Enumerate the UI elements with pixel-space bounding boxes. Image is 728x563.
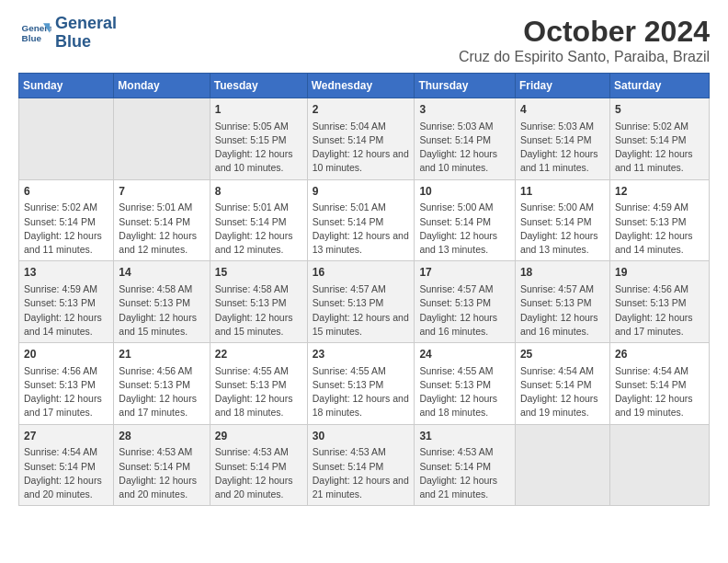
calendar-day-cell: 7Sunrise: 5:01 AM Sunset: 5:14 PM Daylig… (114, 179, 210, 261)
calendar-day-cell: 4Sunrise: 5:03 AM Sunset: 5:14 PM Daylig… (515, 98, 609, 180)
day-info: Sunrise: 4:54 AM Sunset: 5:14 PM Dayligh… (615, 364, 704, 420)
header-friday: Friday (515, 74, 609, 98)
day-info: Sunrise: 4:55 AM Sunset: 5:13 PM Dayligh… (215, 364, 302, 420)
day-info: Sunrise: 4:57 AM Sunset: 5:13 PM Dayligh… (520, 282, 605, 339)
day-info: Sunrise: 4:56 AM Sunset: 5:13 PM Dayligh… (24, 364, 108, 420)
page-header: General Blue General Blue October 2024 C… (18, 15, 710, 65)
logo: General Blue General Blue (18, 15, 117, 52)
calendar-day-cell: 31Sunrise: 4:53 AM Sunset: 5:14 PM Dayli… (415, 424, 516, 506)
day-info: Sunrise: 4:59 AM Sunset: 5:13 PM Dayligh… (615, 201, 704, 257)
day-number: 14 (119, 265, 204, 281)
header-saturday: Saturday (609, 74, 709, 98)
day-number: 16 (313, 265, 410, 281)
calendar-day-cell: 23Sunrise: 4:55 AM Sunset: 5:13 PM Dayli… (307, 343, 415, 425)
calendar-day-cell: 19Sunrise: 4:56 AM Sunset: 5:13 PM Dayli… (609, 261, 709, 343)
day-info: Sunrise: 4:54 AM Sunset: 5:14 PM Dayligh… (24, 445, 108, 501)
day-number: 15 (215, 265, 302, 281)
calendar-day-cell: 30Sunrise: 4:53 AM Sunset: 5:14 PM Dayli… (307, 424, 415, 506)
calendar-week-row: 27Sunrise: 4:54 AM Sunset: 5:14 PM Dayli… (19, 424, 710, 506)
day-info: Sunrise: 5:03 AM Sunset: 5:14 PM Dayligh… (520, 120, 605, 176)
calendar-day-cell: 18Sunrise: 4:57 AM Sunset: 5:13 PM Dayli… (515, 261, 609, 343)
logo-icon: General Blue (18, 17, 51, 50)
title-block: October 2024 Cruz do Espirito Santo, Par… (459, 15, 710, 65)
calendar-day-cell: 25Sunrise: 4:54 AM Sunset: 5:14 PM Dayli… (515, 343, 609, 425)
day-number: 7 (119, 184, 204, 200)
day-info: Sunrise: 5:01 AM Sunset: 5:14 PM Dayligh… (313, 201, 410, 257)
day-info: Sunrise: 4:56 AM Sunset: 5:13 PM Dayligh… (119, 364, 204, 420)
day-info: Sunrise: 4:57 AM Sunset: 5:13 PM Dayligh… (419, 282, 510, 339)
day-number: 22 (215, 347, 302, 362)
day-info: Sunrise: 4:53 AM Sunset: 5:14 PM Dayligh… (119, 445, 204, 501)
calendar-table: SundayMondayTuesdayWednesdayThursdayFrid… (18, 73, 710, 506)
page-title: October 2024 (459, 15, 710, 49)
day-info: Sunrise: 4:58 AM Sunset: 5:13 PM Dayligh… (215, 282, 302, 339)
day-number: 8 (215, 184, 302, 200)
calendar-day-cell: 1Sunrise: 5:05 AM Sunset: 5:15 PM Daylig… (210, 98, 307, 180)
day-info: Sunrise: 5:01 AM Sunset: 5:14 PM Dayligh… (215, 201, 302, 257)
calendar-day-cell: 9Sunrise: 5:01 AM Sunset: 5:14 PM Daylig… (307, 179, 415, 261)
day-number: 3 (419, 102, 510, 118)
header-monday: Monday (114, 74, 210, 98)
day-info: Sunrise: 5:00 AM Sunset: 5:14 PM Dayligh… (419, 201, 510, 257)
day-number: 17 (419, 265, 510, 281)
calendar-day-cell (114, 98, 210, 180)
calendar-day-cell: 14Sunrise: 4:58 AM Sunset: 5:13 PM Dayli… (114, 261, 210, 343)
calendar-day-cell: 26Sunrise: 4:54 AM Sunset: 5:14 PM Dayli… (609, 343, 709, 425)
day-info: Sunrise: 4:55 AM Sunset: 5:13 PM Dayligh… (419, 364, 510, 420)
calendar-week-row: 20Sunrise: 4:56 AM Sunset: 5:13 PM Dayli… (19, 343, 710, 425)
day-info: Sunrise: 4:53 AM Sunset: 5:14 PM Dayligh… (313, 445, 410, 501)
day-number: 11 (520, 184, 605, 200)
day-number: 24 (419, 347, 510, 362)
day-info: Sunrise: 4:59 AM Sunset: 5:13 PM Dayligh… (24, 282, 108, 339)
calendar-week-row: 13Sunrise: 4:59 AM Sunset: 5:13 PM Dayli… (19, 261, 710, 343)
calendar-day-cell: 24Sunrise: 4:55 AM Sunset: 5:13 PM Dayli… (415, 343, 516, 425)
calendar-day-cell: 17Sunrise: 4:57 AM Sunset: 5:13 PM Dayli… (415, 261, 516, 343)
calendar-day-cell: 8Sunrise: 5:01 AM Sunset: 5:14 PM Daylig… (210, 179, 307, 261)
day-number: 6 (24, 184, 108, 200)
calendar-day-cell: 6Sunrise: 5:02 AM Sunset: 5:14 PM Daylig… (19, 179, 114, 261)
calendar-day-cell: 3Sunrise: 5:03 AM Sunset: 5:14 PM Daylig… (415, 98, 516, 180)
calendar-day-cell: 16Sunrise: 4:57 AM Sunset: 5:13 PM Dayli… (307, 261, 415, 343)
day-number: 9 (313, 184, 410, 200)
header-wednesday: Wednesday (307, 74, 415, 98)
header-tuesday: Tuesday (210, 74, 307, 98)
day-number: 31 (419, 429, 510, 444)
day-number: 5 (615, 102, 704, 118)
day-number: 29 (215, 429, 302, 444)
day-info: Sunrise: 5:01 AM Sunset: 5:14 PM Dayligh… (119, 201, 204, 257)
day-number: 28 (119, 429, 204, 444)
day-info: Sunrise: 4:54 AM Sunset: 5:14 PM Dayligh… (520, 364, 605, 420)
calendar-day-cell: 15Sunrise: 4:58 AM Sunset: 5:13 PM Dayli… (210, 261, 307, 343)
day-number: 25 (520, 347, 605, 362)
calendar-week-row: 1Sunrise: 5:05 AM Sunset: 5:15 PM Daylig… (19, 98, 710, 180)
header-sunday: Sunday (19, 74, 114, 98)
day-number: 30 (313, 429, 410, 444)
day-info: Sunrise: 4:55 AM Sunset: 5:13 PM Dayligh… (313, 364, 410, 420)
day-number: 26 (615, 347, 704, 362)
day-number: 21 (119, 347, 204, 362)
calendar-day-cell (19, 98, 114, 180)
day-number: 10 (419, 184, 510, 200)
day-number: 20 (24, 347, 108, 362)
page-subtitle: Cruz do Espirito Santo, Paraiba, Brazil (459, 49, 710, 65)
day-info: Sunrise: 4:58 AM Sunset: 5:13 PM Dayligh… (119, 282, 204, 339)
calendar-day-cell: 27Sunrise: 4:54 AM Sunset: 5:14 PM Dayli… (19, 424, 114, 506)
day-info: Sunrise: 5:05 AM Sunset: 5:15 PM Dayligh… (215, 120, 302, 176)
calendar-day-cell: 12Sunrise: 4:59 AM Sunset: 5:13 PM Dayli… (609, 179, 709, 261)
day-number: 27 (24, 429, 108, 444)
calendar-header-row: SundayMondayTuesdayWednesdayThursdayFrid… (19, 74, 710, 98)
calendar-day-cell: 22Sunrise: 4:55 AM Sunset: 5:13 PM Dayli… (210, 343, 307, 425)
calendar-day-cell (515, 424, 609, 506)
svg-text:Blue: Blue (22, 33, 42, 43)
calendar-week-row: 6Sunrise: 5:02 AM Sunset: 5:14 PM Daylig… (19, 179, 710, 261)
calendar-day-cell: 13Sunrise: 4:59 AM Sunset: 5:13 PM Dayli… (19, 261, 114, 343)
calendar-day-cell: 10Sunrise: 5:00 AM Sunset: 5:14 PM Dayli… (415, 179, 516, 261)
calendar-day-cell: 21Sunrise: 4:56 AM Sunset: 5:13 PM Dayli… (114, 343, 210, 425)
day-info: Sunrise: 4:53 AM Sunset: 5:14 PM Dayligh… (215, 445, 302, 501)
day-number: 2 (313, 102, 410, 118)
calendar-day-cell: 28Sunrise: 4:53 AM Sunset: 5:14 PM Dayli… (114, 424, 210, 506)
calendar-day-cell: 5Sunrise: 5:02 AM Sunset: 5:14 PM Daylig… (609, 98, 709, 180)
calendar-day-cell: 11Sunrise: 5:00 AM Sunset: 5:14 PM Dayli… (515, 179, 609, 261)
logo-text: General Blue (55, 15, 117, 52)
day-info: Sunrise: 5:02 AM Sunset: 5:14 PM Dayligh… (615, 120, 704, 176)
